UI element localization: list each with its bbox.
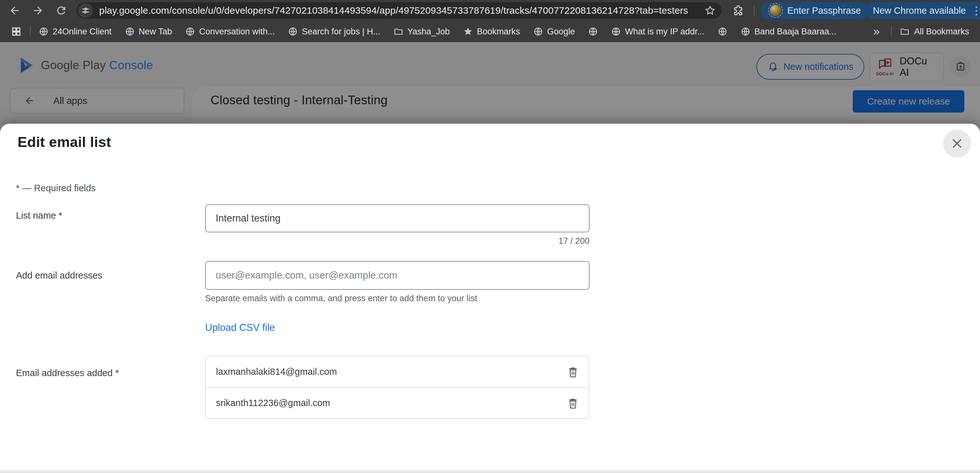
bookmark-item[interactable]: Conversation with... [185,27,275,37]
bookmark-label: What is my IP addr... [625,27,705,37]
bookmark-item[interactable]: Yasha_Job [394,27,450,37]
forward-button[interactable] [32,4,45,17]
globe-icon [611,27,621,37]
upload-csv-link[interactable]: Upload CSV file [205,322,275,333]
bookmark-label: Search for jobs | H... [302,27,380,37]
globe-icon [125,27,135,37]
site-settings-button[interactable] [78,3,93,18]
new-chrome-label: New Chrome available [873,5,966,16]
bookmarks-bar: 24Online ClientNew TabConversation with.… [0,21,980,42]
all-bookmarks-button[interactable]: All Bookmarks [900,27,969,37]
bookmark-item[interactable] [588,27,598,37]
bookmark-items: 24Online ClientNew TabConversation with.… [39,27,836,37]
back-arrow-icon [9,5,21,17]
reload-button[interactable] [55,4,68,17]
bookmark-item[interactable]: Band Baaja Baaraa... [741,27,837,37]
email-row: laxmanhalaki814@gmail.com [206,356,589,387]
apps-grid-icon [11,26,22,37]
close-modal-button[interactable] [943,129,971,157]
browser-chrome: play.google.com/console/u/0/developers/7… [0,0,980,42]
trash-icon [566,397,579,410]
bookmark-label: Bookmarks [477,27,520,37]
edit-email-list-modal: Edit email list * — Required fields List… [0,124,980,473]
bookmark-label: Conversation with... [199,27,275,37]
bookmark-item[interactable]: 24Online Client [39,27,111,37]
list-name-label: List name * [16,210,62,221]
add-email-addresses-input[interactable] [205,261,590,290]
bookmark-label: 24Online Client [52,27,111,37]
delete-email-button[interactable] [565,395,581,411]
required-fields-note: * — Required fields [16,183,96,194]
bookmark-label: Band Baaja Baaraa... [754,27,837,37]
trash-icon [566,366,579,378]
bookmark-star-button[interactable] [705,5,716,16]
close-icon [950,136,964,151]
new-chrome-available-button[interactable]: New Chrome available ⋮ [865,2,980,19]
url-bar[interactable]: play.google.com/console/u/0/developers/7… [76,2,722,19]
bookmark-label: Yasha_Job [407,27,450,37]
extensions-puzzle-icon [732,5,744,16]
add-email-addresses-label: Add email addresses [16,270,102,281]
email-addresses-added-label: Email addresses added * [16,368,119,378]
bookmark-item[interactable] [718,27,727,37]
folder-icon [900,27,910,37]
globe-icon [588,27,598,37]
chrome-menu-dots-icon[interactable]: ⋮ [971,4,980,17]
bookmark-item[interactable]: Google [533,27,575,37]
reload-icon [55,5,67,17]
email-address: srikanth112236@gmail.com [216,398,330,408]
bookmark-label: New Tab [139,27,172,37]
star-outline-icon [705,5,716,16]
tune-icon [81,6,90,15]
bookmark-item[interactable]: What is my IP addr... [611,27,705,37]
toolbar-divider [754,5,754,16]
bookmarks-divider-2 [891,26,892,37]
apps-grid-button[interactable] [11,26,22,37]
globe-icon [39,27,48,37]
globe-icon [533,27,543,37]
browser-nav-row: play.google.com/console/u/0/developers/7… [0,0,980,21]
all-bookmarks-label: All Bookmarks [914,27,969,37]
folder-icon [394,27,403,37]
star-icon [463,27,473,37]
extensions-button[interactable] [732,4,745,17]
list-name-input[interactable] [205,204,590,232]
enter-passphrase-button[interactable]: Enter Passphrase [760,2,869,19]
list-name-char-counter: 17 / 200 [205,236,590,246]
bookmark-item[interactable]: Bookmarks [463,27,520,37]
modal-title: Edit email list [18,134,111,151]
delete-email-button[interactable] [565,364,581,379]
globe-icon [288,27,298,37]
bookmark-item[interactable]: Search for jobs | H... [288,27,380,37]
extension-avatar-icon [770,5,781,16]
screen: play.google.com/console/u/0/developers/7… [0,0,980,473]
url-text[interactable]: play.google.com/console/u/0/developers/7… [99,5,705,16]
modal-bottom-shadow [0,468,980,473]
bookmarks-overflow-chevron[interactable]: » [870,25,883,38]
back-button[interactable] [8,4,21,17]
email-address: laxmanhalaki814@gmail.com [216,367,337,377]
enter-passphrase-label: Enter Passphrase [788,5,861,16]
bookmarks-divider [30,26,30,37]
email-row: srikanth112236@gmail.com [206,387,589,418]
extension-avatar-ring [768,3,783,18]
bookmark-label: Google [547,27,575,37]
globe-icon [741,27,750,37]
email-list: laxmanhalaki814@gmail.comsrikanth112236@… [205,356,590,419]
bookmark-item[interactable]: New Tab [125,27,172,37]
forward-arrow-icon [32,5,44,17]
globe-icon [185,27,195,37]
globe-icon [718,27,727,37]
bookmarks-right: » All Bookmarks [870,25,969,38]
add-emails-helper-text: Separate emails with a comma, and press … [205,294,477,303]
